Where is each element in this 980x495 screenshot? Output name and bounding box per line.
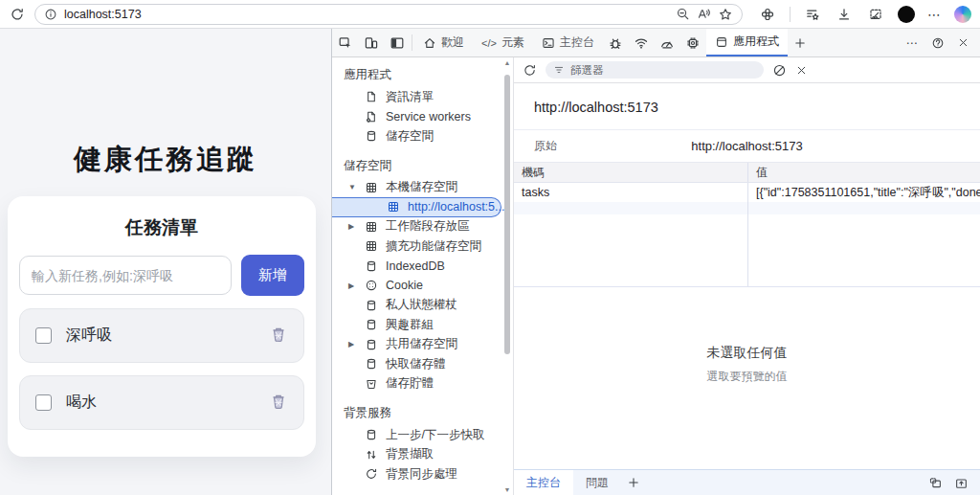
tree-item-label: 本機儲存空間 [386,179,457,195]
chevron-right-icon[interactable]: ▶ [348,281,354,290]
tree-item-session-storage[interactable]: ▶ 工作階段存放區 [332,217,513,237]
value-column-header[interactable]: 值 [748,163,980,182]
chevron-right-icon[interactable]: ▶ [348,222,354,231]
tree-item-cookies[interactable]: ▶ Cookie [332,276,513,296]
table-empty-area [514,214,980,287]
add-task-button[interactable]: 新增 [241,255,304,296]
row-value[interactable]: [{"id":1758351101651,"title":"深呼吸","done… [748,183,980,202]
profile-avatar[interactable] [898,6,915,23]
delete-task-icon[interactable] [269,392,288,415]
tree-item-shared-storage[interactable]: ▶ 共用儲存空間 [332,335,513,355]
scroll-up-icon[interactable]: ▲ [502,59,512,66]
url-text[interactable]: localhost:5173 [64,8,669,21]
tree-item-storage-overview[interactable]: 儲存空間 [332,126,513,146]
tree-item-label: IndexedDB [386,259,445,273]
site-info-icon[interactable] [44,8,57,21]
close-devtools-icon[interactable] [950,29,976,56]
database-icon [365,357,378,371]
extensions-icon[interactable] [758,5,777,24]
copilot-icon[interactable] [954,6,971,23]
service-worker-icon [365,110,378,124]
help-icon[interactable] [924,29,950,56]
delete-task-icon[interactable] [269,325,288,348]
bucket-icon [365,377,378,391]
drawer-window-icon[interactable] [928,476,943,490]
favorites-bar-icon[interactable] [803,5,822,24]
browser-action-icons: ⋯ [758,5,971,24]
clear-all-icon[interactable] [772,63,787,78]
tree-item-background-fetch[interactable]: 背景擷取 [332,445,513,465]
tree-item-interest-groups[interactable]: 興趣群組 [332,315,513,335]
tree-item-private-state-tokens[interactable]: 私人狀態權杖 [332,296,513,316]
tree-item-extension-storage[interactable]: 擴充功能儲存空間 [332,236,513,257]
inspect-element-icon[interactable] [332,29,358,56]
tab-welcome[interactable]: 歡迎 [414,29,473,56]
task-checkbox[interactable] [35,394,52,411]
tab-elements[interactable]: </> 元素 [473,29,533,56]
memory-chip-icon[interactable] [680,29,706,56]
refresh-storage-icon[interactable] [523,63,537,78]
browser-top-bar: localhost:5173 ⋯ [0,0,980,29]
sync-icon [365,467,378,481]
refresh-icon[interactable] [8,5,27,24]
new-task-row: 新增 [19,255,304,296]
tree-item-service-workers[interactable]: Service workers [332,107,513,127]
debugger-bug-icon[interactable] [603,29,629,56]
database-icon [365,129,378,143]
scroll-down-icon[interactable]: ▼ [502,486,512,493]
zoom-out-icon[interactable] [676,7,690,21]
key-column-header[interactable]: 機碼 [514,163,748,182]
tree-item-localhost-origin[interactable]: http://localhost:5... [332,197,501,217]
tree-item-label: Cookie [386,279,423,292]
dock-side-icon[interactable] [384,29,410,56]
tab-console[interactable]: 主控台 [533,29,603,56]
devtools-region: 歡迎 </> 元素 主控台 應用程式 ⋯ 應用程式 [332,29,980,495]
devtools-menu-icon[interactable]: ⋯ [899,29,924,56]
tree-item-indexeddb[interactable]: IndexedDB [332,257,513,277]
tree-item-label: 背景同步處理 [386,466,457,483]
filter-input[interactable]: 篩選器 [546,61,764,79]
tree-item-local-storage[interactable]: ▼ 本機儲存空間 [332,178,513,198]
tab-application[interactable]: 應用程式 [706,29,788,56]
tree-item-label: 私人狀態權杖 [386,297,457,313]
chevron-right-icon[interactable]: ▶ [348,340,354,349]
tree-item-manifest[interactable]: 資訊清單 [332,87,513,107]
scrollbar-thumb[interactable] [504,75,510,354]
page-title: 健康任務追蹤 [0,29,331,179]
tab-label: 歡迎 [441,34,464,51]
table-row-empty[interactable] [514,202,980,214]
tree-item-label: 快取儲存體 [386,356,446,372]
drawer-tab-issues[interactable]: 問題 [573,470,621,495]
task-row: 深呼吸 [19,308,304,363]
device-emulation-icon[interactable] [358,29,384,56]
table-row[interactable]: tasks [{"id":1758351101651,"title":"深呼吸"… [514,183,980,202]
screenshot-icon[interactable] [866,5,885,24]
tree-scrollbar[interactable]: ▲ ▼ [502,59,512,493]
favorite-star-icon[interactable] [718,7,733,22]
read-aloud-icon[interactable] [697,7,711,21]
downloads-icon[interactable] [835,5,854,24]
drawer-tab-console[interactable]: 主控台 [514,470,573,495]
more-tabs-icon[interactable] [788,29,813,56]
tab-label: 元素 [501,34,524,51]
tree-item-background-sync[interactable]: 背景同步處理 [332,464,513,484]
network-icon[interactable] [629,29,655,56]
up-down-arrows-icon [365,448,378,461]
browser-menu-icon[interactable]: ⋯ [927,7,942,22]
task-checkbox[interactable] [35,327,52,344]
tree-item-cache-storage[interactable]: 快取儲存體 [332,354,513,374]
new-task-input[interactable] [19,256,232,295]
drawer-add-icon[interactable] [627,476,640,489]
address-bar[interactable]: localhost:5173 [34,4,743,25]
performance-icon[interactable] [655,29,680,56]
drawer-expand-icon[interactable] [954,476,969,490]
row-key[interactable]: tasks [514,183,748,202]
tree-item-back-forward-cache[interactable]: 上一步/下一步快取 [332,425,513,445]
chevron-down-icon[interactable]: ▼ [348,183,356,191]
cookie-icon [365,279,378,292]
tree-item-label: Service workers [386,110,471,124]
delete-selected-icon[interactable] [795,64,808,77]
tree-item-storage-buckets[interactable]: 儲存貯體 [332,374,513,394]
tree-section-storage: 儲存空間 [332,155,513,178]
tab-label: 應用程式 [733,34,779,50]
